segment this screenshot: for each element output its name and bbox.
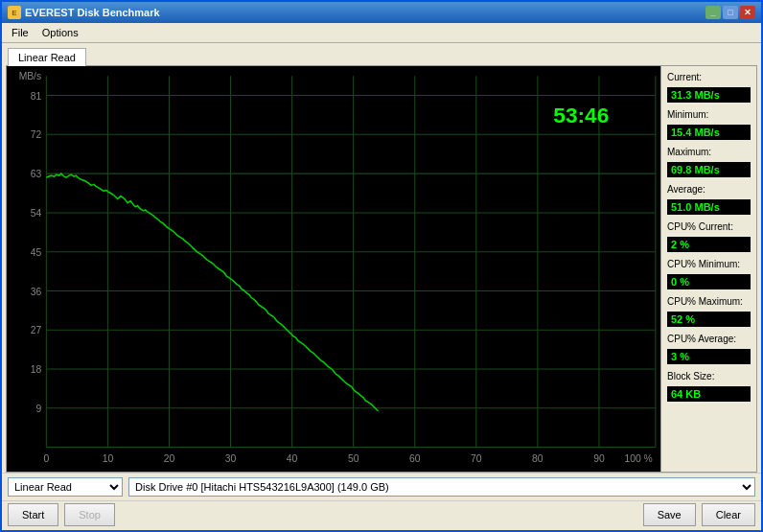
svg-text:60: 60: [409, 453, 421, 464]
main-window: E EVEREST Disk Benchmark _ □ ✕ File Opti…: [0, 0, 763, 532]
svg-text:81: 81: [31, 91, 42, 102]
cpu-maximum-label: CPU% Maximum:: [667, 296, 751, 307]
svg-text:90: 90: [593, 453, 605, 464]
svg-text:30: 30: [225, 453, 237, 464]
stats-panel: Current: 31.3 MB/s Minimum: 15.4 MB/s Ma…: [660, 66, 756, 472]
minimum-value: 15.4 MB/s: [667, 125, 751, 140]
start-button[interactable]: Start: [8, 503, 58, 526]
drive-dropdown[interactable]: Disk Drive #0 [Hitachi HTS543216L9A300] …: [128, 477, 755, 497]
svg-text:80: 80: [532, 453, 543, 464]
main-content: MB/s 81 72 63 54 45 36 27 18 9 0 10 20 3…: [6, 65, 757, 473]
svg-text:72: 72: [31, 129, 42, 140]
svg-text:40: 40: [287, 453, 298, 464]
maximize-button[interactable]: □: [723, 6, 738, 19]
average-value: 51.0 MB/s: [667, 199, 751, 215]
svg-text:53:46: 53:46: [553, 104, 609, 127]
average-label: Average:: [667, 184, 751, 195]
maximum-label: Maximum:: [667, 147, 751, 157]
menu-bar: File Options: [2, 23, 761, 43]
current-label: Current:: [667, 72, 751, 82]
tab-bar: Linear Read: [2, 43, 761, 65]
svg-text:63: 63: [31, 169, 42, 179]
window-title: EVEREST Disk Benchmark: [25, 7, 160, 18]
test-type-dropdown[interactable]: Linear Read: [8, 477, 123, 497]
svg-text:9: 9: [35, 404, 41, 414]
app-icon: E: [8, 6, 21, 19]
svg-text:27: 27: [31, 325, 42, 335]
cpu-average-label: CPU% Average:: [667, 334, 751, 344]
svg-text:18: 18: [31, 364, 42, 375]
cpu-current-label: CPU% Current:: [667, 221, 751, 232]
svg-text:10: 10: [103, 453, 114, 464]
title-bar: E EVEREST Disk Benchmark _ □ ✕: [2, 2, 761, 23]
minimum-label: Minimum:: [667, 109, 751, 120]
maximum-value: 69.8 MB/s: [667, 162, 751, 177]
svg-text:0: 0: [43, 453, 49, 464]
cpu-maximum-value: 52 %: [667, 312, 751, 327]
menu-options[interactable]: Options: [36, 25, 84, 40]
svg-text:36: 36: [31, 287, 42, 297]
svg-text:45: 45: [31, 247, 42, 258]
cpu-minimum-label: CPU% Minimum:: [667, 259, 751, 269]
current-value: 31.3 MB/s: [667, 87, 751, 103]
cpu-minimum-value: 0 %: [667, 274, 751, 289]
block-size-value: 64 KB: [667, 386, 751, 402]
bottom-buttons-row: Start Stop Save Clear: [2, 500, 761, 530]
block-size-label: Block Size:: [667, 371, 751, 382]
bottom-controls: Linear Read Disk Drive #0 [Hitachi HTS54…: [2, 473, 761, 500]
svg-text:MB/s: MB/s: [19, 71, 42, 81]
window-controls: _ □ ✕: [705, 6, 755, 19]
chart-area: MB/s 81 72 63 54 45 36 27 18 9 0 10 20 3…: [7, 66, 660, 472]
tab-linear-read[interactable]: Linear Read: [8, 48, 86, 66]
svg-text:20: 20: [164, 453, 175, 464]
menu-file[interactable]: File: [6, 25, 35, 40]
svg-text:100 %: 100 %: [624, 453, 652, 464]
save-button[interactable]: Save: [643, 503, 696, 526]
clear-button[interactable]: Clear: [702, 503, 755, 526]
cpu-average-value: 3 %: [667, 349, 751, 364]
cpu-current-value: 2 %: [667, 237, 751, 252]
stop-button[interactable]: Stop: [64, 503, 115, 526]
minimize-button[interactable]: _: [705, 6, 721, 19]
svg-text:54: 54: [31, 208, 42, 219]
close-button[interactable]: ✕: [740, 6, 755, 19]
svg-text:50: 50: [348, 453, 359, 464]
svg-text:70: 70: [471, 453, 482, 464]
